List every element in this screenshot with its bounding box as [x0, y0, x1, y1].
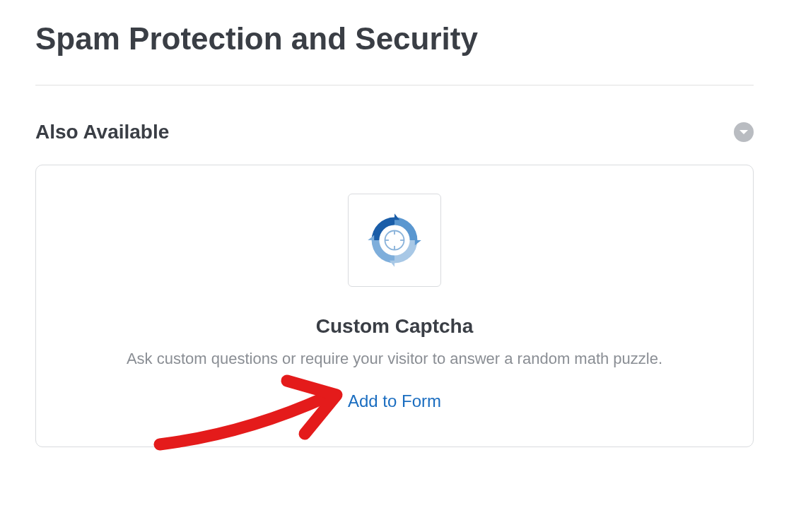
add-to-form-link[interactable]: Add to Form — [348, 391, 441, 410]
card-title: Custom Captcha — [57, 315, 732, 338]
page-title: Spam Protection and Security — [35, 21, 754, 57]
divider — [35, 85, 754, 85]
chevron-down-icon — [739, 129, 749, 136]
section-header: Also Available — [35, 121, 754, 143]
section-title: Also Available — [35, 121, 169, 143]
svg-marker-3 — [368, 235, 374, 240]
svg-marker-1 — [415, 240, 421, 245]
svg-marker-0 — [394, 213, 399, 220]
captcha-circular-icon — [363, 208, 426, 272]
red-arrow-annotation — [146, 363, 358, 455]
collapse-toggle[interactable] — [734, 122, 754, 142]
captcha-icon-box — [348, 194, 441, 287]
captcha-card: Custom Captcha Ask custom questions or r… — [35, 165, 754, 447]
card-description: Ask custom questions or require your vis… — [57, 348, 732, 370]
svg-marker-2 — [390, 261, 394, 267]
